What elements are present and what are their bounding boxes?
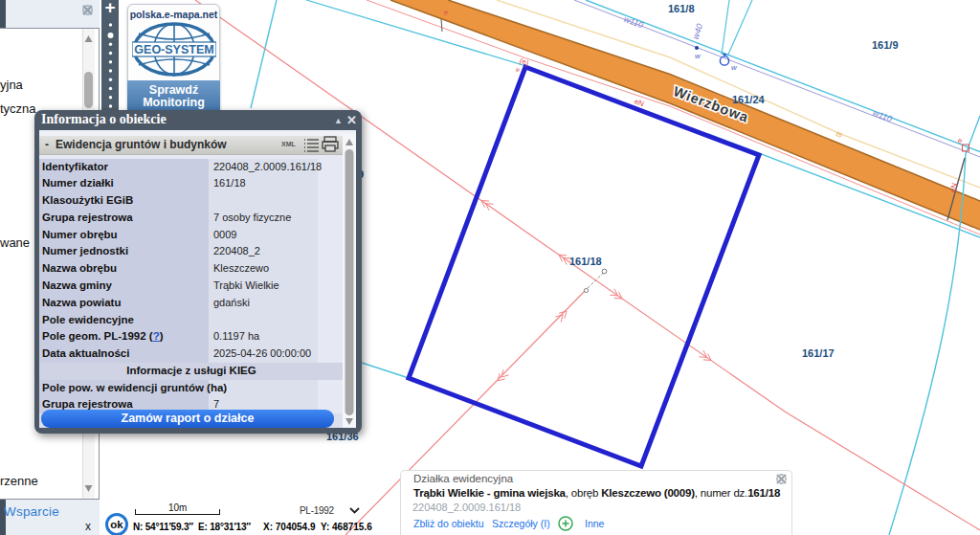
svg-text:ts: ts <box>835 129 843 140</box>
svg-text:161/18: 161/18 <box>569 256 602 267</box>
svg-text:161/8: 161/8 <box>668 3 695 14</box>
svg-text:w110: w110 <box>622 14 644 31</box>
svg-text:161/9: 161/9 <box>872 39 899 51</box>
svg-text:w40: w40 <box>691 23 705 41</box>
svg-text:w: w <box>695 52 702 60</box>
svg-text:GEO-SYSTEM: GEO-SYSTEM <box>134 43 213 56</box>
svg-text:w: w <box>731 63 738 72</box>
svg-text:161/17: 161/17 <box>802 347 835 359</box>
svg-text:w110: w110 <box>871 108 893 124</box>
svg-text:161/24: 161/24 <box>732 94 766 105</box>
svg-text:e: e <box>515 66 521 74</box>
